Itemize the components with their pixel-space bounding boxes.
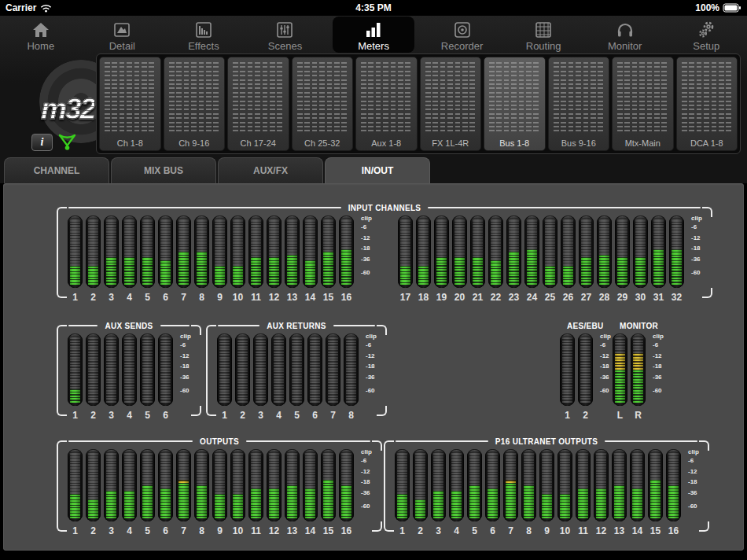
- nav-item-effects[interactable]: Effects: [163, 16, 245, 53]
- meter-channel-label: 5: [289, 410, 304, 421]
- meter-channel-label: 5: [140, 292, 155, 303]
- meter-gloss: [235, 333, 250, 406]
- meter-gloss: [470, 216, 485, 288]
- meter-channel-label: 7: [503, 525, 518, 536]
- meter-groups: 12345678clip-6-12-18-36-60: [206, 330, 387, 421]
- meter-channel-label: 10: [230, 292, 245, 303]
- level-meter: [212, 216, 227, 288]
- scale-tick-label: -60: [653, 388, 662, 394]
- level-meter: [449, 449, 464, 521]
- meter-unit: 14: [303, 449, 318, 536]
- scale-tick-label: -18: [653, 363, 662, 370]
- scale-tick-label: -36: [361, 490, 370, 496]
- level-meter: [434, 216, 449, 288]
- section-bracket-line: [218, 325, 259, 326]
- meter-gloss: [543, 216, 557, 288]
- bank-strip[interactable]: DCA 1-8: [676, 57, 738, 151]
- meter-gloss: [449, 449, 464, 521]
- meter-channel-label: 7: [176, 525, 191, 536]
- level-meter: [669, 216, 684, 288]
- nav-item-recorder[interactable]: Recorder: [421, 16, 503, 53]
- nav-item-routing[interactable]: Routing: [502, 16, 584, 53]
- meter-group: 12345678910111213141516clip-6-12-18-36-6…: [395, 449, 705, 536]
- meter-unit: 8: [344, 333, 359, 421]
- meter-gloss: [271, 333, 286, 406]
- level-meter: [158, 449, 173, 521]
- tab-aux-fx[interactable]: AUX/FX: [218, 157, 323, 183]
- bank-strip[interactable]: Ch 25-32: [292, 57, 354, 151]
- section-bracket-left: [384, 440, 394, 532]
- meter-unit: 16: [339, 449, 354, 536]
- meter-scale: clip-6-12-18-36-60: [363, 333, 382, 406]
- nav-item-detail[interactable]: Detail: [82, 16, 164, 53]
- meter-unit: 6: [485, 449, 500, 536]
- connection-status-icon[interactable]: [57, 132, 78, 152]
- info-button[interactable]: i: [31, 134, 53, 151]
- scale-tick-label: -60: [361, 270, 370, 276]
- tab-in-out[interactable]: IN/OUT: [325, 157, 430, 183]
- meter-channel-label: 16: [666, 525, 681, 536]
- meter-channel-label: 20: [452, 292, 467, 303]
- meter-gloss: [289, 333, 304, 406]
- level-meter: [470, 216, 485, 288]
- meter-channel-label: 13: [285, 525, 300, 536]
- meter-channel-label: 2: [413, 525, 428, 536]
- level-meter: [431, 449, 446, 521]
- level-meter: [576, 449, 591, 521]
- section-title: INPUT CHANNELS: [341, 204, 429, 212]
- scale-tick-label: -12: [366, 353, 375, 359]
- meter-channel-label: 30: [633, 292, 648, 303]
- meter-gloss: [86, 449, 101, 521]
- section-bracket-top-right: [702, 207, 712, 217]
- bank-strip[interactable]: Ch 17-24: [227, 57, 289, 151]
- scale-tick-label: -18: [361, 245, 370, 252]
- bank-strip[interactable]: Aux 1-8: [355, 57, 418, 151]
- nav-item-scenes[interactable]: Scenes: [245, 16, 326, 53]
- level-meter: [68, 333, 83, 406]
- meter-gloss: [307, 333, 322, 406]
- meter-channel-label: 8: [194, 292, 209, 303]
- meter-channel-label: 2: [86, 292, 101, 303]
- level-meter: [395, 449, 410, 521]
- bank-strip[interactable]: Bus 9-16: [548, 57, 610, 151]
- meter-gloss: [651, 216, 666, 288]
- meter-gloss: [158, 216, 173, 288]
- meter-unit: 10: [557, 449, 572, 536]
- level-meter: [271, 333, 286, 406]
- bank-strip-label: Ch 9-16: [164, 138, 225, 148]
- section-bracket-line: [246, 440, 370, 442]
- level-meter: [321, 216, 336, 288]
- nav-item-monitor[interactable]: Monitor: [584, 16, 666, 53]
- meter-gloss: [633, 216, 648, 288]
- meter-gloss: [669, 216, 684, 288]
- scale-tick-label: -36: [180, 374, 190, 381]
- nav-item-meters[interactable]: Meters: [333, 17, 414, 53]
- level-meter: [267, 449, 282, 521]
- bank-strip[interactable]: FX 1L-4R: [420, 57, 482, 151]
- meter-unit: 23: [506, 216, 521, 303]
- scale-tick-label: -18: [180, 363, 190, 370]
- level-meter: [176, 216, 191, 288]
- meter-unit: 16: [339, 216, 354, 303]
- tab-channel[interactable]: CHANNEL: [4, 157, 109, 183]
- bank-strip[interactable]: Mtx-Main: [612, 57, 674, 151]
- nav-item-home[interactable]: Home: [0, 16, 82, 53]
- bank-strip-label: Bus 9-16: [549, 138, 609, 148]
- section-header: AUX RETURNS: [218, 321, 375, 330]
- bank-strip[interactable]: Bus 1-8: [484, 57, 546, 151]
- meter-gloss: [212, 216, 227, 288]
- meter-channel-label: 13: [285, 292, 300, 303]
- meter-channel-label: 1: [217, 410, 232, 421]
- bank-strip[interactable]: Ch 1-8: [99, 57, 161, 151]
- tab-mix-bus[interactable]: MIX BUS: [111, 157, 216, 183]
- level-meter: [307, 333, 322, 406]
- nav-item-setup[interactable]: Setup: [666, 16, 747, 53]
- bank-strip-label: Ch 17-24: [228, 138, 289, 148]
- meter-channel-label: 12: [267, 525, 282, 536]
- bank-strip[interactable]: Ch 9-16: [164, 57, 226, 151]
- nav-item-label: Scenes: [268, 40, 302, 52]
- meter-channel-label: 12: [594, 525, 609, 536]
- meter-channel-label: 10: [230, 525, 245, 536]
- section-bracket-line: [68, 207, 341, 208]
- meter-gloss: [104, 333, 119, 406]
